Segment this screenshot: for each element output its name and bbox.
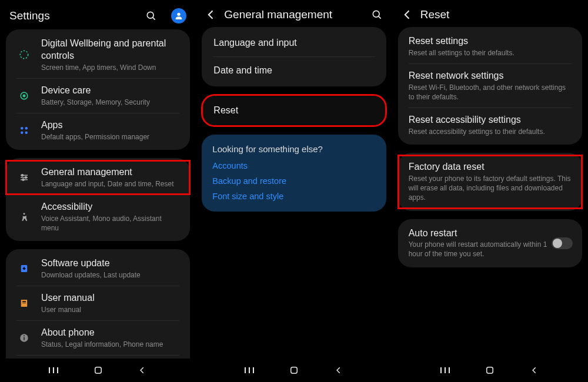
navbar (392, 358, 588, 382)
row-reset-network[interactable]: Reset network settings Reset Wi-Fi, Blue… (398, 64, 582, 108)
svg-rect-37 (487, 367, 493, 374)
page-title: General management (224, 8, 365, 21)
svg-point-15 (22, 179, 24, 180)
svg-point-6 (21, 127, 24, 130)
link-backup-restore[interactable]: Backup and restore (212, 176, 375, 186)
software-update-icon (15, 263, 33, 274)
header: General management (196, 0, 392, 27)
header: Reset (392, 0, 588, 27)
row-accessibility[interactable]: Accessibility Voice Assistant, Mono audi… (6, 195, 190, 239)
svg-rect-22 (24, 337, 25, 340)
gm-list: Language and input Date and time Reset L… (196, 27, 392, 358)
svg-point-8 (21, 131, 24, 134)
nav-home-icon[interactable] (481, 365, 499, 376)
row-digital-wellbeing[interactable]: Digital Wellbeing and parental controls … (6, 32, 190, 78)
back-icon[interactable] (402, 9, 415, 21)
row-developer-options[interactable]: Developer options Developer options (6, 356, 190, 358)
page-title: Reset (420, 8, 579, 21)
gm-group: Language and input Date and time (202, 27, 386, 86)
screen-reset: Reset Reset settings Reset all settings … (392, 0, 588, 382)
reset-group: Reset settings Reset all settings to the… (398, 27, 582, 145)
link-accounts[interactable]: Accounts (212, 161, 375, 170)
settings-group: Digital Wellbeing and parental controls … (6, 29, 190, 150)
svg-point-3 (20, 51, 28, 59)
settings-group: General management Language and input, D… (6, 158, 190, 241)
svg-rect-33 (291, 367, 298, 374)
screen-general-management: General management Language and input Da… (196, 0, 392, 382)
looking-for-heading: Looking for something else? (212, 144, 375, 154)
svg-point-16 (24, 213, 25, 215)
svg-rect-19 (22, 301, 26, 302)
nav-home-icon[interactable] (89, 365, 107, 376)
search-icon[interactable] (145, 10, 157, 22)
user-manual-icon (15, 298, 33, 309)
svg-line-29 (379, 16, 381, 19)
navbar (0, 358, 196, 382)
back-icon[interactable] (205, 9, 218, 21)
row-reset-accessibility[interactable]: Reset accessibility settings Reset acces… (398, 108, 582, 142)
search-icon[interactable] (371, 9, 383, 21)
nav-recents-icon[interactable] (45, 366, 62, 374)
row-apps[interactable]: Apps Default apps, Permission manager (6, 113, 190, 148)
row-reset-settings[interactable]: Reset settings Reset all settings to the… (398, 29, 582, 63)
nav-back-icon[interactable] (330, 366, 348, 374)
wellbeing-icon (15, 49, 33, 61)
settings-group: Software update Download updates, Last u… (6, 249, 190, 358)
nav-recents-icon[interactable] (436, 366, 454, 374)
looking-for-card: Looking for something else? Accounts Bac… (202, 135, 386, 212)
link-font-size-style[interactable]: Font size and style (212, 192, 375, 201)
header: Settings (0, 0, 196, 29)
svg-rect-27 (95, 367, 101, 374)
svg-point-5 (23, 95, 25, 96)
settings-list: Digital Wellbeing and parental controls … (0, 29, 196, 358)
auto-restart-group: Auto restart Your phone will restart aut… (398, 219, 582, 267)
svg-point-0 (148, 12, 154, 18)
apps-icon (15, 125, 33, 136)
svg-point-7 (25, 127, 28, 130)
svg-point-23 (24, 335, 25, 336)
row-about-phone[interactable]: About phone Status, Legal information, P… (6, 321, 190, 355)
nav-back-icon[interactable] (133, 366, 151, 374)
accessibility-icon (15, 212, 33, 222)
row-general-management[interactable]: General management Language and input, D… (6, 160, 190, 195)
nav-recents-icon[interactable] (240, 366, 258, 374)
svg-point-14 (25, 176, 27, 178)
row-user-manual[interactable]: User manual User manual (6, 286, 190, 320)
row-device-care[interactable]: Device care Battery, Storage, Memory, Se… (6, 79, 190, 113)
reset-list: Reset settings Reset all settings to the… (392, 27, 588, 358)
general-management-icon (15, 172, 33, 183)
device-care-icon (15, 90, 33, 102)
nav-back-icon[interactable] (526, 366, 543, 374)
row-software-update[interactable]: Software update Download updates, Last u… (6, 252, 190, 286)
screen-settings: Settings Digital Wellbeing and parental … (0, 0, 196, 382)
svg-point-13 (22, 174, 24, 176)
info-icon (15, 333, 33, 343)
gm-group-reset: Reset (202, 95, 386, 126)
nav-home-icon[interactable] (285, 365, 303, 376)
factory-group: Factory data reset Reset your phone to i… (398, 153, 582, 210)
navbar (196, 358, 392, 382)
svg-rect-20 (22, 303, 26, 303)
row-reset[interactable]: Reset (202, 97, 386, 124)
svg-point-9 (25, 131, 28, 134)
svg-point-2 (178, 13, 181, 16)
profile-avatar-icon[interactable] (171, 8, 186, 24)
svg-line-1 (153, 18, 155, 20)
row-factory-reset[interactable]: Factory data reset Reset your phone to i… (398, 155, 582, 208)
svg-point-28 (373, 11, 379, 17)
auto-restart-toggle[interactable] (552, 237, 573, 249)
page-title: Settings (9, 9, 139, 22)
row-auto-restart[interactable]: Auto restart Your phone will restart aut… (398, 222, 582, 265)
row-date-time[interactable]: Date and time (202, 57, 386, 84)
row-language-input[interactable]: Language and input (202, 29, 386, 56)
